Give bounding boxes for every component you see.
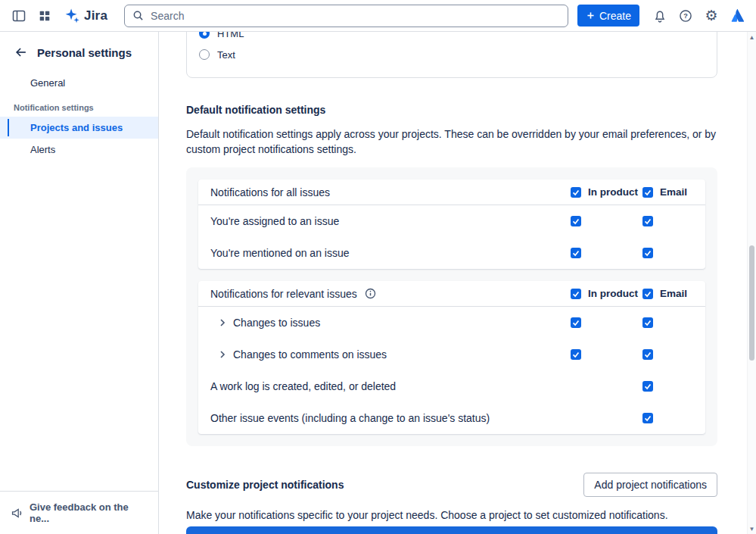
jira-logo-icon <box>64 8 80 24</box>
main-content: HTML Text Default notification settings … <box>159 32 747 534</box>
email-checkbox[interactable] <box>642 413 653 423</box>
in-product-checkbox[interactable] <box>571 317 581 328</box>
search-icon <box>132 10 144 21</box>
back-button[interactable] <box>12 43 30 61</box>
help-button[interactable]: ? <box>674 5 697 27</box>
sidebar-title: Personal settings <box>37 46 132 59</box>
column-label-in-product: In product <box>588 186 638 198</box>
email-checkbox[interactable] <box>642 248 653 258</box>
notification-table-header: Notifications for relevant issuesIn prod… <box>198 281 705 307</box>
search-input[interactable] <box>149 9 560 23</box>
row-label: You're mentioned on an issue <box>210 247 571 259</box>
settings-button[interactable]: ⚙ <box>700 5 723 27</box>
app-grid-icon <box>38 9 51 23</box>
add-project-notifications-button[interactable]: Add project notifications <box>583 473 717 497</box>
in-product-checkbox[interactable] <box>571 349 581 360</box>
cell-in-product <box>571 349 642 360</box>
scrollbar-thumb[interactable] <box>749 245 754 361</box>
notifications-button[interactable] <box>649 5 671 27</box>
notification-settings-card: Notifications for all issuesIn productEm… <box>186 167 717 446</box>
notification-row: A work log is created, edited, or delete… <box>198 370 705 402</box>
sidebar-section-label: Notification settings <box>0 94 158 117</box>
table-title-text: Notifications for relevant issues <box>210 288 357 300</box>
svg-text:?: ? <box>683 12 688 20</box>
in-product-checkbox[interactable] <box>571 248 581 258</box>
email-column-checkbox[interactable] <box>642 187 653 198</box>
in-product-column-checkbox[interactable] <box>571 289 581 299</box>
app-switcher-button[interactable] <box>33 5 56 27</box>
radio-button-html[interactable] <box>199 32 210 39</box>
atlassian-home-button[interactable] <box>726 5 748 27</box>
table-title: Notifications for relevant issues <box>210 288 571 300</box>
chevron-right-icon[interactable] <box>216 348 229 361</box>
row-label-text: Changes to issues <box>233 317 320 329</box>
radio-option-html[interactable]: HTML <box>199 32 705 44</box>
email-checkbox[interactable] <box>642 216 653 226</box>
column-label-email: Email <box>660 186 687 198</box>
notification-table: Notifications for all issuesIn productEm… <box>198 180 705 269</box>
row-label-text: Changes to comments on issues <box>233 348 387 361</box>
give-feedback-button[interactable]: Give feedback on the ne... <box>0 491 158 534</box>
cell-email <box>642 381 693 392</box>
arrow-left-icon <box>14 45 28 59</box>
notification-row: Changes to comments on issues <box>198 339 705 370</box>
notification-row: Other issue events (including a change t… <box>198 402 705 434</box>
sidebar-item-general[interactable]: General <box>0 72 158 94</box>
radio-option-text[interactable]: Text <box>199 44 705 65</box>
notification-tables: Notifications for all issuesIn productEm… <box>198 180 705 434</box>
email-column-checkbox[interactable] <box>642 289 653 299</box>
in-product-column-checkbox[interactable] <box>571 187 581 198</box>
vertical-scrollbar[interactable]: ▲ ▼ <box>747 32 756 534</box>
row-label-text: You're assigned to an issue <box>210 215 339 227</box>
email-checkbox[interactable] <box>642 381 653 392</box>
global-search[interactable] <box>124 5 568 27</box>
email-checkbox[interactable] <box>642 349 653 360</box>
sidebar-toggle-button[interactable] <box>8 5 30 27</box>
jira-logo[interactable]: Jira <box>64 8 107 24</box>
info-icon[interactable] <box>365 288 376 299</box>
scroll-up-arrow[interactable]: ▲ <box>748 33 756 42</box>
email-checkbox[interactable] <box>642 317 653 328</box>
cell-in-product <box>571 248 642 258</box>
column-email: Email <box>642 186 693 198</box>
customize-heading: Customize project notifications <box>186 479 344 491</box>
notification-table-header: Notifications for all issuesIn productEm… <box>198 180 705 205</box>
sidebar-item-alerts[interactable]: Alerts <box>0 139 158 161</box>
chevron-right-icon[interactable] <box>216 317 229 329</box>
default-settings-description: Default notification settings apply acro… <box>186 126 717 157</box>
column-label-in-product: In product <box>588 288 638 299</box>
projects-table-header-partial <box>186 526 717 534</box>
sidebar-item-projects-and-issues[interactable]: Projects and issues <box>0 117 158 139</box>
cell-in-product <box>571 216 642 226</box>
row-label: You're assigned to an issue <box>210 215 571 227</box>
default-settings-heading: Default notification settings <box>186 104 717 116</box>
feedback-label: Give feedback on the ne... <box>30 501 148 524</box>
cell-email <box>642 349 693 360</box>
cell-email <box>642 216 693 226</box>
scroll-down-arrow[interactable]: ▼ <box>748 524 756 533</box>
column-email: Email <box>642 288 693 299</box>
create-button-label: Create <box>599 10 631 22</box>
cell-email <box>642 413 693 423</box>
create-button[interactable]: Create <box>577 5 639 27</box>
customize-description: Make your notifications specific to your… <box>186 507 717 523</box>
atlassian-logo-icon <box>730 8 745 23</box>
in-product-checkbox[interactable] <box>571 216 581 226</box>
row-label-text: You're mentioned on an issue <box>210 247 350 259</box>
table-title-text: Notifications for all issues <box>210 186 330 198</box>
radio-button-text[interactable] <box>199 49 210 60</box>
notification-row: You're assigned to an issue <box>198 205 705 237</box>
notification-row: You're mentioned on an issue <box>198 237 705 269</box>
megaphone-icon <box>11 507 23 520</box>
table-title: Notifications for all issues <box>210 186 571 198</box>
row-label: Changes to issues <box>210 317 571 329</box>
email-format-card: HTML Text <box>186 32 717 78</box>
column-label-email: Email <box>660 288 687 299</box>
radio-label-text: Text <box>217 49 235 61</box>
column-in-product: In product <box>571 288 642 299</box>
help-icon: ? <box>678 8 693 23</box>
row-label: A work log is created, edited, or delete… <box>210 380 571 392</box>
sidebar-header: Personal settings <box>0 32 158 72</box>
app-name: Jira <box>84 8 107 23</box>
row-label-text: Other issue events (including a change t… <box>210 412 490 424</box>
